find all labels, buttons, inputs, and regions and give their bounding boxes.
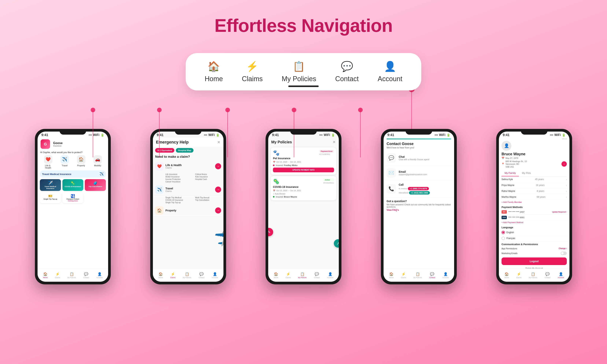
svg-point-8 — [292, 108, 296, 112]
pbn2-policies[interactable]: 📋My Policies — [183, 272, 191, 278]
policy-covid-header: 🦠 COVID-19 Insurance Active #FC69245011 — [273, 178, 334, 188]
pbn3-claims[interactable]: ⚡Claims — [286, 272, 291, 278]
pbn3-contact-icon: 💬 — [315, 272, 319, 276]
claim-life-name: Life & Health — [165, 164, 213, 167]
policies-close[interactable]: ✕ — [332, 140, 336, 144]
pbn5-policies[interactable]: 📋My Policies — [529, 272, 537, 278]
pbn2-contact[interactable]: 💬Contact — [198, 272, 204, 278]
update-payment-button[interactable]: UPDATE PAYMENT INFO — [273, 168, 334, 172]
life-sub-items: Life Insurance Critical Illness AD&D Ins… — [153, 172, 224, 183]
cat-life[interactable]: ❤️ Life &Health — [44, 155, 52, 169]
pbn3-account[interactable]: 👤Account — [327, 272, 333, 278]
product-single-trip[interactable]: 🎫 Single Trip Top-up — [40, 193, 61, 203]
cat-travel[interactable]: ✈️ Travel — [61, 155, 69, 169]
pbn4-home[interactable]: 🏠Home — [389, 272, 394, 278]
payment-mc[interactable]: MC **** **** **** 2437 Update Required › — [499, 209, 569, 215]
pbn2-home[interactable]: 🏠Home — [158, 272, 163, 278]
lang-french[interactable]: Français — [499, 235, 569, 241]
nav-account[interactable]: 👤 Account — [378, 61, 402, 83]
family-member-martha[interactable]: Martha Wayne 68 years › — [499, 194, 569, 200]
pbn3-contact[interactable]: 💬Contact — [314, 272, 320, 278]
pbn1-account-icon: 👤 — [97, 272, 102, 276]
pbn5-claims[interactable]: ⚡Claims — [516, 272, 521, 278]
french-radio[interactable] — [501, 237, 505, 240]
svg-point-6 — [157, 108, 162, 112]
pbn1-home-label: Home — [43, 277, 48, 278]
phone5-wifi: WiFi — [554, 133, 561, 137]
life-sub-1: Life Insurance — [165, 173, 191, 175]
nav-claims[interactable]: ⚡ Claims — [242, 61, 263, 83]
claim-property-arrow[interactable]: → — [215, 208, 221, 213]
pbn1-home[interactable]: 🏠Home — [43, 272, 48, 278]
pbn1-policies[interactable]: 📋My Policies — [67, 272, 76, 278]
add-family-member-btn[interactable]: + Add Family Member — [499, 200, 569, 204]
nav-policies[interactable]: 📋 My Policies — [282, 61, 316, 83]
cat-mobility[interactable]: 🚗 Mobility — [93, 155, 102, 169]
policy-covid-dates: 📅 Oct 15, 2020 → Oct 14, 2021 — [273, 190, 334, 192]
nav-home[interactable]: 🏠 Home — [205, 61, 223, 83]
na-phone-btn[interactable]: +1 (888) 374-0879 — [408, 187, 429, 190]
phone3-time: 9:41 — [272, 133, 279, 137]
pbn3-home[interactable]: 🏠Home — [274, 272, 278, 278]
english-radio[interactable] — [501, 231, 505, 234]
claim-property[interactable]: 🏠 Property → — [153, 204, 224, 217]
phone2-status-icons: ▪▪▪ WiFi 🔋 — [204, 133, 220, 137]
nav-contact[interactable]: 💬 Contact — [335, 61, 359, 83]
family-member-selina[interactable]: Selina Kyle 45 years › — [499, 177, 569, 182]
pbn4-account[interactable]: 👤Account — [442, 272, 449, 278]
contact-subtitle: We'd love to hear from you! — [387, 146, 451, 149]
pbn2-account[interactable]: 👤Account — [212, 272, 218, 278]
product-trip[interactable]: 🧳 Trip Cancellation — [85, 179, 106, 191]
pbn1-contact[interactable]: 💬Contact — [83, 272, 89, 278]
intl-phone-btn[interactable]: +1 (415) 903-1900 — [409, 191, 430, 195]
product-travel-medical[interactable]: ✈️ Travel Medical Insurance — [40, 179, 61, 191]
change-permissions-btn[interactable]: Change › — [559, 247, 567, 249]
rahul-arrow: › — [566, 190, 567, 193]
pbn2-claims[interactable]: ⚡Claims — [170, 272, 175, 278]
pbn4-contact[interactable]: 💬Contact — [429, 272, 435, 278]
policy-pet-id: #CY16387631 — [319, 153, 334, 155]
contact-email[interactable]: ✉️ Email support@gooseinsurance.com — [383, 166, 454, 181]
share-button[interactable]: ↗ — [334, 239, 339, 247]
contact-chat[interactable]: 💬 Chat Chat with a friendly Goose agent! — [383, 151, 454, 166]
family-member-rahul[interactable]: Rahul Wayne 8 years › — [499, 188, 569, 194]
add-payment-btn[interactable]: + Add Payment Method — [499, 220, 569, 224]
payment-visa[interactable]: VISA **** **** **** 6001 — [499, 215, 569, 220]
pbn4-policies[interactable]: 📋My Policies — [413, 272, 422, 278]
close-button[interactable]: ✕ — [217, 140, 220, 144]
product-covid[interactable]: 🦠 COVID-19 Insurance — [62, 179, 83, 191]
selected-cat-icon: ✈️ — [99, 172, 104, 176]
hospital-map-button[interactable]: Hospital Map — [176, 148, 193, 153]
policy-covid[interactable]: 🦠 COVID-19 Insurance Active #FC69245011 … — [270, 176, 337, 200]
family-member-priya[interactable]: Priya Wayne 16 years › — [499, 182, 569, 188]
pbn1-account[interactable]: 👤Account — [96, 272, 103, 278]
lang-english[interactable]: English — [499, 230, 569, 235]
phone3-screen: 9:41 ▪▪▪ WiFi 🔋 My Policies ✕ — [268, 131, 339, 282]
claim-life-health[interactable]: ❤️ Life & Health Claims → — [153, 160, 224, 172]
pbn5-contact[interactable]: 💬Contact — [545, 272, 551, 278]
claim-life-arrow[interactable]: → — [215, 163, 221, 169]
claim-travel[interactable]: ✈️ Travel Claims → — [153, 183, 224, 196]
property-icon: 🏠 — [155, 206, 163, 215]
pbn4-claims[interactable]: ⚡Claims — [401, 272, 406, 278]
logout-button[interactable]: Logout — [501, 258, 567, 265]
pbn5-home[interactable]: 🏠Home — [504, 272, 509, 278]
phone3-status-icons: ▪▪▪ WiFi 🔋 — [319, 133, 335, 137]
faq-link[interactable]: View FAQ's — [387, 209, 451, 211]
contact-call[interactable]: 📞 Call N. America +1 (888) 374-0879 Inte… — [383, 181, 454, 197]
911-button[interactable]: 911 Equivalent — [155, 148, 174, 153]
edit-button[interactable]: ✎ — [268, 228, 273, 236]
marketing-toggle[interactable] — [561, 252, 567, 255]
address-edit-btn[interactable]: → — [561, 161, 567, 167]
priya-name: Priya Wayne — [501, 184, 515, 187]
tab-my-pets[interactable]: My Pets — [519, 170, 534, 176]
martha-age: 68 years — [537, 196, 545, 198]
pbn1-claims[interactable]: ⚡Claims — [55, 272, 60, 278]
cat-property[interactable]: 🏠 Property — [77, 155, 85, 169]
claim-travel-arrow[interactable]: → — [215, 187, 221, 193]
pbn3-policies[interactable]: 📋My Policies — [298, 272, 307, 278]
policy-pet[interactable]: 🐾 Pet Insurance Payment Error #CY1638763… — [270, 147, 337, 175]
pbn5-account[interactable]: 👤Account — [558, 272, 564, 278]
tab-my-family[interactable]: My Family — [501, 170, 519, 176]
product-passport[interactable]: 🛂 Passport Protect Coming Soon — [62, 193, 83, 203]
